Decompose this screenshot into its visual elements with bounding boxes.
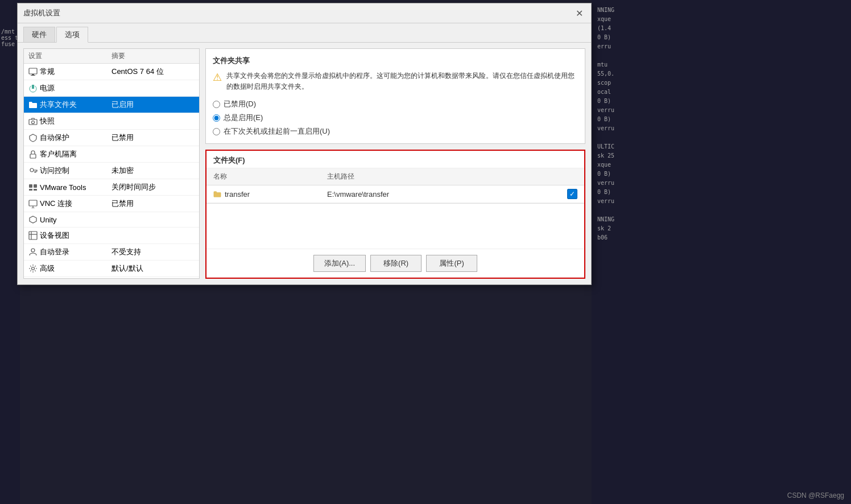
svg-rect-1: [32, 74, 34, 75]
properties-button[interactable]: 属性(P): [426, 255, 477, 272]
list-item-advanced[interactable]: 高级 默认/默认: [24, 261, 199, 277]
camera-icon: [28, 117, 38, 126]
shared-folder-label: 共享文件夹: [28, 100, 111, 110]
dialog-title: 虚拟机设置: [23, 8, 60, 18]
folder-enabled-checkbox[interactable]: ✓: [567, 189, 577, 199]
folder-icon: [28, 100, 38, 109]
folder-name: transfer: [225, 190, 250, 199]
folder-buttons: 添加(A)... 移除(R) 属性(P): [206, 249, 584, 278]
shared-folder-summary: 已启用: [111, 100, 195, 110]
svg-rect-2: [31, 75, 35, 76]
svg-marker-13: [30, 216, 36, 223]
folder-enabled-cell: ✓: [560, 185, 584, 203]
col-header-summary: 摘要: [111, 51, 195, 61]
list-item-device-view[interactable]: 设备视图: [24, 228, 199, 244]
radio-until-input[interactable]: [213, 128, 220, 135]
close-button[interactable]: ✕: [573, 7, 585, 19]
list-header: 设置 摘要: [24, 49, 199, 64]
list-item-unity[interactable]: Unity: [24, 212, 199, 228]
list-item-vmware-tools[interactable]: VMware Tools 关闭时间同步: [24, 179, 199, 196]
general-label: 常规: [28, 67, 111, 77]
list-item-vnc[interactable]: VNC 连接 已禁用: [24, 196, 199, 212]
shared-folder-section: 文件夹共享 ⚠ 共享文件夹会将您的文件显示给虚拟机中的程序。这可能为您的计算机和…: [205, 48, 585, 144]
svg-rect-6: [30, 154, 36, 158]
dialog-overlay: 虚拟机设置 ✕ 硬件 选项 设置 摘要 常规: [17, 0, 609, 504]
settings-list: 设置 摘要 常规 CentOS 7 64 位 电源: [23, 48, 200, 279]
col-path-header: 主机路径: [320, 168, 560, 185]
svg-rect-9: [34, 184, 37, 188]
warning-box: ⚠ 共享文件夹会将您的文件显示给虚拟机中的程序。这可能为您的计算机和数据带来风险…: [213, 71, 578, 92]
list-item-power[interactable]: 电源: [24, 80, 199, 97]
advanced-summary: 默认/默认: [111, 263, 195, 274]
gear-icon: [28, 264, 38, 273]
unity-label: Unity: [28, 215, 111, 224]
list-item-access-control[interactable]: 访问控制 未加密: [24, 163, 199, 179]
auto-protect-summary: 已禁用: [111, 133, 195, 143]
snapshots-label: 快照: [28, 116, 111, 126]
svg-rect-11: [34, 189, 37, 191]
radio-until-poweroff[interactable]: 在下次关机或挂起前一直启用(U): [213, 126, 578, 137]
list-item-guest-isolation[interactable]: 客户机隔离: [24, 146, 199, 163]
svg-rect-10: [29, 189, 32, 191]
svg-point-17: [31, 249, 35, 252]
term-line: fuse: [1, 41, 19, 47]
svg-rect-12: [29, 200, 37, 206]
svg-point-18: [32, 267, 35, 270]
col-name-header: 名称: [206, 168, 320, 185]
access-control-summary: 未加密: [111, 166, 195, 176]
vmware-tools-label: VMware Tools: [28, 183, 111, 192]
tab-hardware[interactable]: 硬件: [23, 27, 55, 42]
folder-name-cell: transfer: [206, 185, 320, 203]
tabs-bar: 硬件 选项: [18, 23, 591, 43]
list-item-auto-protect[interactable]: 自动保护 已禁用: [24, 130, 199, 146]
list-item-snapshots[interactable]: 快照: [24, 113, 199, 130]
general-summary: CentOS 7 64 位: [111, 67, 195, 77]
radio-disabled-label: 已禁用(D): [224, 99, 256, 109]
shared-folder-title: 文件夹共享: [213, 56, 578, 66]
user-icon: [28, 247, 38, 257]
watermark: CSDN @RSFaegg: [787, 491, 844, 499]
advanced-label: 高级: [28, 263, 111, 274]
monitor-icon: [28, 67, 38, 76]
add-button[interactable]: 添加(A)...: [313, 255, 366, 272]
folder-path: E:\vmware\transfer: [320, 185, 560, 203]
power-icon: [28, 84, 38, 93]
auto-login-summary: 不受支持: [111, 247, 195, 257]
device-view-label: 设备视图: [28, 230, 111, 241]
col-enabled-header: [560, 168, 584, 185]
table-row[interactable]: transfer E:\vmware\transfer ✓: [206, 185, 584, 203]
list-item-general[interactable]: 常规 CentOS 7 64 位: [24, 64, 199, 80]
power-label: 电源: [28, 83, 111, 93]
key-icon: [28, 166, 38, 175]
table-header-row: 名称 主机路径: [206, 168, 584, 185]
radio-always-input[interactable]: [213, 114, 220, 122]
warning-text: 共享文件夹会将您的文件显示给虚拟机中的程序。这可能为您的计算机和数据带来风险。请…: [226, 71, 578, 92]
radio-always-label: 总是启用(E): [224, 113, 263, 123]
warning-icon: ⚠: [213, 71, 222, 84]
list-item-shared-folders[interactable]: 共享文件夹 已启用: [24, 97, 199, 113]
unity-icon: [28, 215, 38, 224]
title-bar: 虚拟机设置 ✕: [18, 3, 591, 23]
dialog-content: 设置 摘要 常规 CentOS 7 64 位 电源: [18, 43, 591, 284]
radio-disabled-input[interactable]: [213, 101, 220, 108]
list-item-auto-login[interactable]: 自动登录 不受支持: [24, 244, 199, 261]
svg-rect-0: [29, 68, 37, 74]
svg-point-5: [32, 121, 35, 124]
svg-point-7: [30, 168, 34, 172]
remove-button[interactable]: 移除(R): [370, 255, 422, 272]
radio-always-enabled[interactable]: 总是启用(E): [213, 113, 578, 123]
radio-until-label: 在下次关机或挂起前一直启用(U): [224, 126, 330, 137]
vnc-label: VNC 连接: [28, 199, 111, 209]
tab-options[interactable]: 选项: [56, 27, 88, 43]
dialog-window: 虚拟机设置 ✕ 硬件 选项 设置 摘要 常规: [17, 3, 592, 285]
folder-table: 名称 主机路径 transfer: [206, 168, 584, 203]
radio-disabled[interactable]: 已禁用(D): [213, 99, 578, 109]
folder-empty-area: [206, 203, 584, 249]
folder-section-title: 文件夹(F): [206, 151, 584, 168]
svg-rect-8: [29, 184, 32, 188]
access-control-label: 访问控制: [28, 166, 111, 176]
radio-group: 已禁用(D) 总是启用(E) 在下次关机或挂起前一直启用(U): [213, 99, 578, 137]
svg-marker-3: [32, 85, 34, 89]
lock-icon: [28, 150, 38, 159]
vmware-icon: [28, 183, 38, 192]
